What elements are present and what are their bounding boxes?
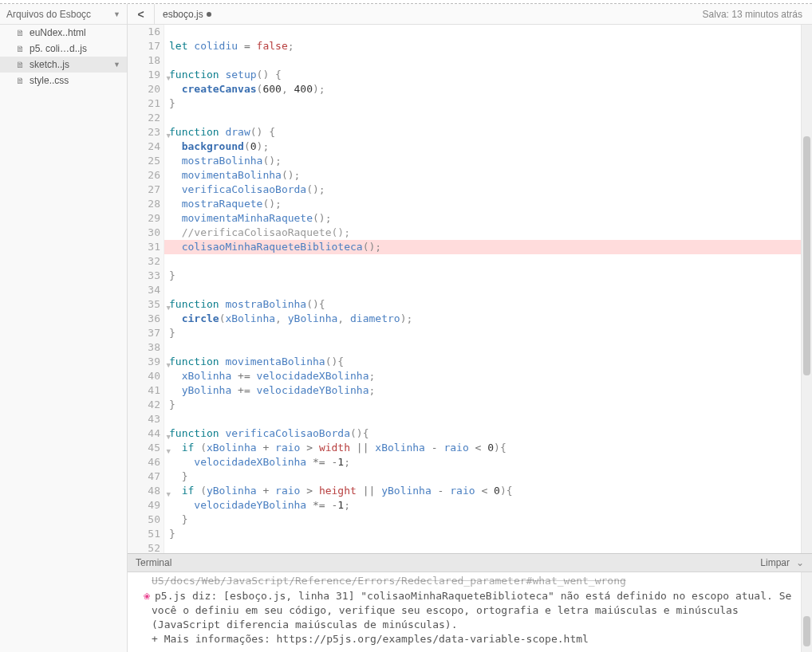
file-item[interactable]: 🗎euNdex..html <box>0 25 127 41</box>
code-line[interactable]: if (yBolinha + raio > height || yBolinha… <box>164 484 801 498</box>
code-line[interactable] <box>164 53 801 68</box>
gutter-line: 26 <box>128 168 164 183</box>
gutter-line: 37 <box>128 326 164 340</box>
terminal-line-faded: US/docs/Web/JavaScript/Reference/Errors/… <box>152 574 793 588</box>
file-item[interactable]: 🗎sketch..js▼ <box>0 57 127 73</box>
code-line[interactable]: xBolinha += velocidadeXBolinha; <box>164 369 801 383</box>
gutter-line: 44▼ <box>128 426 164 441</box>
code-line[interactable]: circle(xBolinha, yBolinha, diametro); <box>164 312 801 326</box>
terminal-scroll-thumb[interactable] <box>803 616 810 646</box>
code-line[interactable]: velocidadeXBolinha *= -1; <box>164 455 801 469</box>
gutter-line: 42 <box>128 398 164 412</box>
code-line[interactable]: mostraRaquete(); <box>164 197 801 211</box>
code-line[interactable] <box>164 254 801 269</box>
tab-label: esboço.js <box>163 9 203 20</box>
code-line[interactable] <box>164 283 801 297</box>
code-line[interactable]: function movimentaBolinha(){ <box>164 355 801 369</box>
editor-tab-bar: < esboço.js Salva: 13 minutos atrás <box>128 4 812 25</box>
dirty-indicator-icon <box>207 12 211 17</box>
code-line[interactable]: } <box>164 469 801 484</box>
code-line[interactable] <box>164 541 801 553</box>
code-line[interactable]: } <box>164 513 801 527</box>
tab-active[interactable]: esboço.js <box>155 4 219 25</box>
fold-marker-icon[interactable]: ▼ <box>167 430 171 444</box>
file-label: sketch..js <box>30 59 69 70</box>
gutter-line: 23▼ <box>128 125 164 139</box>
code-line[interactable]: } <box>164 269 801 283</box>
terminal-content[interactable]: US/docs/Web/JavaScript/Reference/Errors/… <box>128 572 801 652</box>
fold-marker-icon[interactable]: ▼ <box>167 358 171 372</box>
sidebar-header[interactable]: Arquivos do Esboçc ▼ <box>0 4 127 25</box>
file-icon: 🗎 <box>16 76 25 85</box>
code-line[interactable]: background(0); <box>164 139 801 154</box>
code-line[interactable]: verificaColisaoBorda(); <box>164 183 801 197</box>
chevron-down-icon: ▼ <box>113 61 120 69</box>
gutter-line: 52 <box>128 541 164 553</box>
code-line[interactable]: createCanvas(600, 400); <box>164 82 801 96</box>
fold-marker-icon[interactable]: ▼ <box>167 71 171 85</box>
gutter-line: 36 <box>128 312 164 326</box>
file-icon: 🗎 <box>16 44 25 53</box>
code-line[interactable]: movimentaMinhaRaquete(); <box>164 211 801 226</box>
terminal-message: ❀p5.js diz: [esboço.js, linha 31] "colis… <box>152 588 793 646</box>
code-line[interactable]: yBolinha += velocidadeYBolinha; <box>164 383 801 398</box>
gutter-line: 28 <box>128 197 164 211</box>
chevron-left-icon: < <box>137 8 144 21</box>
gutter-line: 22 <box>128 111 164 125</box>
gutter-line: 17 <box>128 39 164 53</box>
code-line[interactable]: if (xBolinha + raio > width || xBolinha … <box>164 441 801 455</box>
code-line[interactable]: } <box>164 398 801 412</box>
code-body[interactable]: let colidiu = false;function setup() { c… <box>164 25 801 553</box>
gutter-line: 45▼ <box>128 441 164 455</box>
back-button[interactable]: < <box>128 4 155 25</box>
gutter-line: 43 <box>128 412 164 426</box>
code-line[interactable]: function mostraBolinha(){ <box>164 297 801 312</box>
code-line[interactable]: function draw() { <box>164 125 801 139</box>
code-line[interactable]: function setup() { <box>164 68 801 82</box>
code-line[interactable]: movimentaBolinha(); <box>164 168 801 183</box>
file-item[interactable]: 🗎style..css <box>0 73 127 88</box>
editor-scrollbar[interactable] <box>801 25 812 553</box>
gutter-line: 27 <box>128 183 164 197</box>
file-sidebar: Arquivos do Esboçc ▼ 🗎euNdex..html🗎p5. c… <box>0 4 128 652</box>
code-line[interactable]: //verificaColisaoRaquete(); <box>164 226 801 240</box>
terminal-body: US/docs/Web/JavaScript/Reference/Errors/… <box>128 572 812 652</box>
gutter-line: 30 <box>128 226 164 240</box>
main-row: Arquivos do Esboçc ▼ 🗎euNdex..html🗎p5. c… <box>0 4 812 652</box>
code-line[interactable] <box>164 340 801 355</box>
gutter-line: 38 <box>128 340 164 355</box>
file-item[interactable]: 🗎p5. coli…d..js <box>0 41 127 57</box>
code-line[interactable]: } <box>164 96 801 111</box>
code-line[interactable]: let colidiu = false; <box>164 39 801 53</box>
gutter-line: 48▼ <box>128 484 164 498</box>
code-line[interactable] <box>164 25 801 39</box>
gutter-line: 29 <box>128 211 164 226</box>
gutter-line: 31 <box>128 240 164 254</box>
code-line[interactable]: mostraBolinha(); <box>164 154 801 168</box>
code-line[interactable]: function verificaColisaoBorda(){ <box>164 426 801 441</box>
file-label: p5. coli…d..js <box>30 43 87 54</box>
code-line[interactable]: } <box>164 326 801 340</box>
save-status: Salva: 13 minutos atrás <box>703 9 812 20</box>
code-line[interactable]: colisaoMinhaRaqueteBiblioteca(); <box>164 240 801 254</box>
terminal-title: Terminal <box>136 557 171 568</box>
fold-marker-icon[interactable]: ▼ <box>167 444 171 458</box>
gutter-line: 39▼ <box>128 355 164 369</box>
code-line[interactable]: } <box>164 527 801 541</box>
editor-scroll-thumb[interactable] <box>803 136 810 375</box>
file-icon: 🗎 <box>16 60 25 69</box>
terminal-scrollbar[interactable] <box>801 572 812 652</box>
code-line[interactable] <box>164 111 801 125</box>
code-line[interactable]: velocidadeYBolinha *= -1; <box>164 498 801 513</box>
fold-marker-icon[interactable]: ▼ <box>167 300 171 315</box>
gutter-line: 51 <box>128 527 164 541</box>
code-line[interactable] <box>164 412 801 426</box>
code-editor[interactable]: 16171819▼20212223▼2425262728293031323334… <box>128 25 812 553</box>
fold-marker-icon[interactable]: ▼ <box>167 128 171 143</box>
editor-column: < esboço.js Salva: 13 minutos atrás 1617… <box>128 4 812 652</box>
gutter-line: 20 <box>128 82 164 96</box>
terminal-clear-button[interactable]: Limpar <box>760 557 790 568</box>
fold-marker-icon[interactable]: ▼ <box>167 487 171 501</box>
gutter-line: 33 <box>128 269 164 283</box>
chevron-down-icon[interactable]: ⌄ <box>796 557 804 568</box>
